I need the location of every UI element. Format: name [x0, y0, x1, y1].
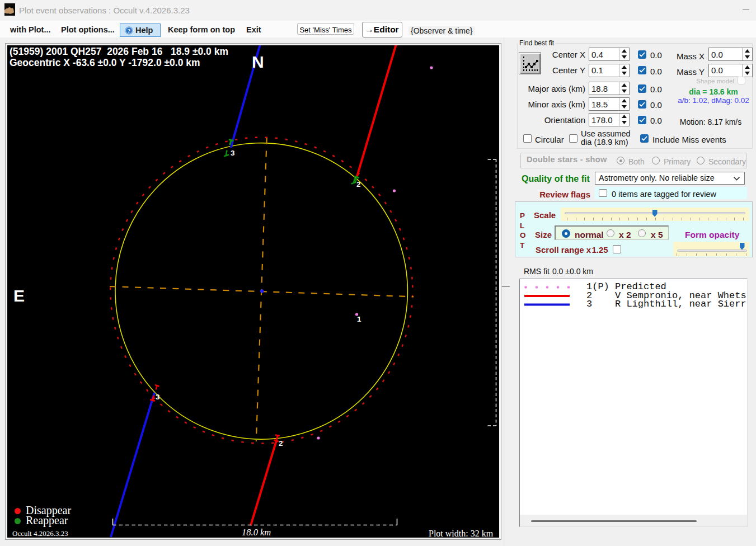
- svg-text:3: 3: [156, 393, 160, 401]
- svg-text:2: 2: [356, 180, 361, 189]
- svg-text:2: 2: [279, 439, 283, 448]
- svg-text:1: 1: [357, 315, 361, 323]
- svg-text:?: ?: [128, 27, 131, 34]
- svg-text:10 mas: 10 mas: [497, 281, 500, 309]
- svg-text:3: 3: [231, 149, 235, 157]
